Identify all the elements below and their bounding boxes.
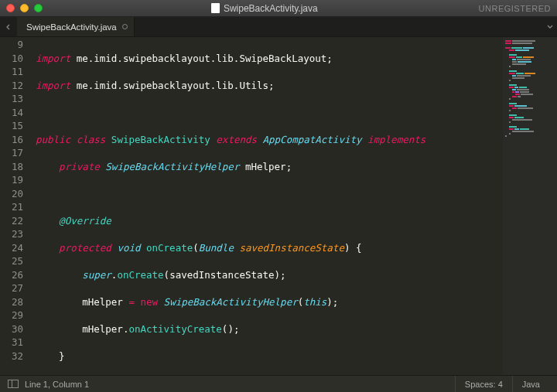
tab-swipebackactivity[interactable]: SwipeBackActivity.java [17,17,135,36]
window-title: SwipeBackActivity.java [50,3,479,14]
minimize-window-button[interactable] [20,4,29,12]
file-icon [211,3,220,13]
minimap[interactable] [503,37,557,375]
titlebar: SwipeBackActivity.java UNREGISTERED [0,0,557,17]
registration-status: UNREGISTERED [479,4,551,13]
tab-bar: SwipeBackActivity.java [0,17,557,37]
tab-close-icon[interactable] [122,24,128,29]
tab-scroll-left[interactable] [0,17,17,36]
close-window-button[interactable] [6,4,15,12]
cursor-position[interactable]: Line 1, Column 1 [25,380,89,389]
tab-label: SwipeBackActivity.java [26,22,117,32]
window-title-text: SwipeBackActivity.java [224,3,318,14]
zoom-window-button[interactable] [34,4,43,12]
tab-dropdown[interactable] [543,17,557,36]
syntax-mode[interactable]: Java [512,376,549,392]
indent-setting[interactable]: Spaces: 4 [455,376,512,392]
sidebar-toggle-icon[interactable] [8,380,19,388]
status-bar: Line 1, Column 1 Spaces: 4 Java [0,375,557,392]
code-view[interactable]: import me.imid.swipebacklayout.lib.Swipe… [29,37,557,375]
traffic-lights [6,4,43,12]
editor-area: 9101112131415161718192021222324252627282… [0,37,557,375]
line-gutter: 9101112131415161718192021222324252627282… [0,37,29,375]
